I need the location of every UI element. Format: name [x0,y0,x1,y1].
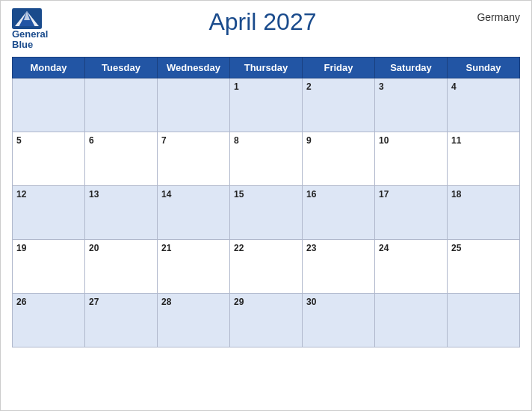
calendar-day-cell: 28 [158,293,230,347]
calendar-day-cell [448,293,520,347]
calendar-week-row: 2627282930 [13,293,520,347]
day-number: 7 [161,135,167,146]
calendar-day-cell: 20 [85,239,158,293]
calendar-day-cell [158,78,230,132]
calendar-day-cell: 9 [303,132,375,185]
day-number: 29 [234,297,244,307]
day-number: 27 [89,297,99,307]
calendar-day-cell: 1 [230,78,303,132]
day-number: 19 [16,243,26,253]
calendar-day-cell: 26 [13,293,85,347]
weekday-header-friday: Friday [303,57,375,78]
day-number: 18 [451,189,461,200]
weekday-header-wednesday: Wednesday [158,57,230,78]
day-number: 30 [306,297,316,307]
calendar-day-cell: 12 [13,185,85,239]
weekday-header-monday: Monday [13,57,85,78]
day-number: 13 [89,189,99,200]
calendar-day-cell: 18 [448,185,520,239]
weekday-header-row: MondayTuesdayWednesdayThursdayFridaySatu… [13,57,520,78]
calendar-day-cell: 21 [158,239,230,293]
day-number: 26 [16,297,26,307]
logo-text-line2: Blue [12,40,33,50]
day-number: 16 [306,189,316,200]
day-number: 2 [306,81,312,92]
calendar-day-cell: 11 [448,132,520,185]
day-number: 5 [16,135,22,146]
calendar-day-cell: 8 [230,132,303,185]
day-number: 17 [379,189,389,200]
calendar-day-cell: 5 [13,132,85,185]
day-number: 25 [451,243,461,253]
day-number: 6 [89,135,94,146]
calendar-week-row: 567891011 [13,132,520,185]
calendar-day-cell: 30 [303,293,375,347]
calendar-day-cell: 2 [303,78,375,132]
calendar-day-cell: 13 [85,185,158,239]
calendar-day-cell: 10 [375,132,448,185]
day-number: 10 [379,135,389,146]
calendar-day-cell: 25 [448,239,520,293]
calendar-day-cell: 29 [230,293,303,347]
calendar-header: General Blue April 2027 Germany [12,8,520,51]
weekday-header-saturday: Saturday [375,57,448,78]
calendar-day-cell: 4 [448,78,520,132]
logo-text-line1: General [12,29,48,40]
country-label: Germany [477,11,520,23]
weekday-header-sunday: Sunday [448,57,520,78]
calendar-day-cell: 15 [230,185,303,239]
calendar-week-row: 12131415161718 [13,185,520,239]
day-number: 24 [379,243,389,253]
day-number: 11 [451,135,461,146]
calendar-day-cell: 23 [303,239,375,293]
calendar-day-cell: 27 [85,293,158,347]
day-number: 12 [16,189,26,200]
calendar-day-cell: 17 [375,185,448,239]
day-number: 15 [234,189,244,200]
calendar-day-cell: 19 [13,239,85,293]
day-number: 9 [306,135,312,146]
calendar-day-cell [85,78,158,132]
day-number: 8 [234,135,239,146]
calendar-grid: MondayTuesdayWednesdayThursdayFridaySatu… [12,57,520,347]
day-number: 14 [161,189,171,200]
calendar-day-cell: 24 [375,239,448,293]
calendar-day-cell: 22 [230,239,303,293]
day-number: 1 [234,81,239,92]
calendar-container: General Blue April 2027 Germany MondayTu… [0,0,532,411]
day-number: 22 [234,243,244,253]
day-number: 21 [161,243,171,253]
day-number: 23 [306,243,316,253]
day-number: 3 [379,81,384,92]
calendar-day-cell: 14 [158,185,230,239]
logo-area: General Blue [12,8,48,51]
calendar-title: April 2027 [48,8,477,36]
calendar-day-cell [13,78,85,132]
weekday-header-thursday: Thursday [230,57,303,78]
generalblue-logo-icon [12,8,42,29]
calendar-day-cell: 3 [375,78,448,132]
calendar-day-cell [375,293,448,347]
calendar-day-cell: 6 [85,132,158,185]
day-number: 4 [451,81,457,92]
day-number: 20 [89,243,99,253]
calendar-week-row: 19202122232425 [13,239,520,293]
calendar-day-cell: 7 [158,132,230,185]
calendar-week-row: 1234 [13,78,520,132]
weekday-header-tuesday: Tuesday [85,57,158,78]
calendar-day-cell: 16 [303,185,375,239]
day-number: 28 [161,297,171,307]
